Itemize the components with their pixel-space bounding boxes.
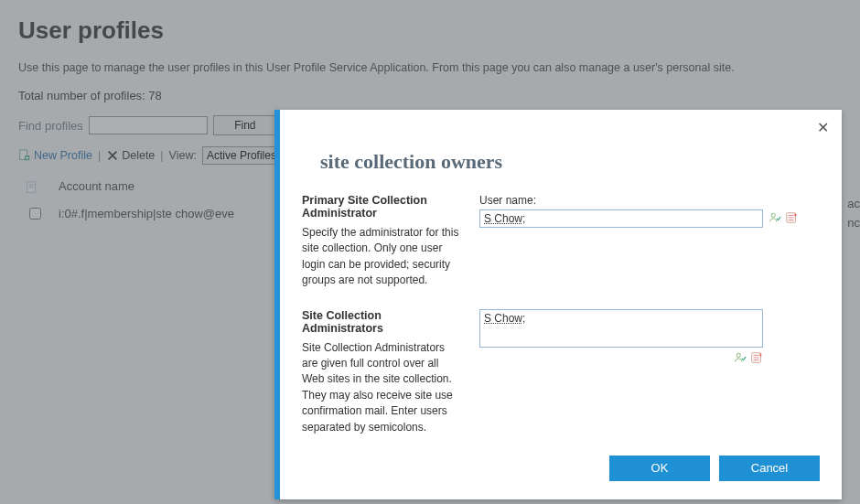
secondary-admin-right: S Chow; [479,309,820,435]
primary-admin-user: S Chow; [484,212,525,225]
site-collection-owners-dialog: ✕ site collection owners Primary Site Co… [274,110,842,499]
svg-rect-8 [760,353,762,356]
secondary-admin-left: Site Collection Administrators Site Coll… [302,309,463,435]
primary-admin-body: Specify the administrator for this site … [302,225,463,289]
svg-point-3 [771,213,775,217]
dialog-actions: OK Cancel [302,456,820,481]
username-label: User name: [479,194,820,207]
secondary-admin-body: Site Collection Administrators are given… [302,340,463,435]
svg-rect-5 [795,214,797,217]
secondary-admins-section: Site Collection Administrators Site Coll… [302,309,820,435]
check-names-icon[interactable] [769,211,781,224]
check-names-icon[interactable] [734,351,747,364]
primary-admin-people-picker[interactable]: S Chow; [479,209,763,228]
primary-admin-left: Primary Site Collection Administrator Sp… [302,194,463,289]
primary-admin-tools [769,211,798,224]
dialog-title: site collection owners [320,150,820,174]
primary-admin-right: User name: S Chow; [479,194,820,289]
secondary-admin-user: S Chow; [484,312,525,325]
address-book-icon[interactable] [750,351,763,364]
ok-button[interactable]: OK [609,456,710,481]
cancel-button[interactable]: Cancel [719,456,820,481]
primary-admin-header: Primary Site Collection Administrator [302,194,463,220]
secondary-admin-header: Site Collection Administrators [302,309,463,335]
close-button[interactable]: ✕ [817,119,829,136]
secondary-admin-tools [479,351,763,364]
svg-point-6 [736,353,740,357]
secondary-admin-people-picker[interactable]: S Chow; [479,309,763,348]
address-book-icon[interactable] [785,211,798,224]
primary-admin-section: Primary Site Collection Administrator Sp… [302,194,820,289]
